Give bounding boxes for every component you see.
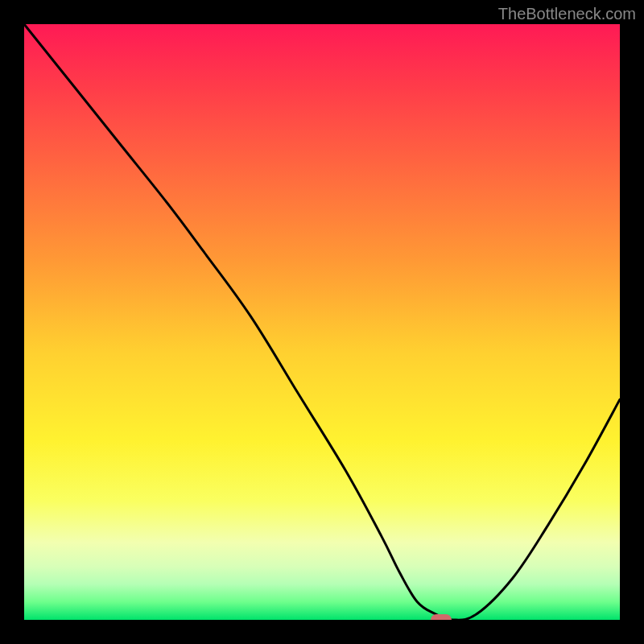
optimal-marker <box>431 614 452 620</box>
plot-area <box>24 24 620 620</box>
bottleneck-curve <box>24 24 620 620</box>
watermark-label: TheBottleneck.com <box>498 5 636 23</box>
